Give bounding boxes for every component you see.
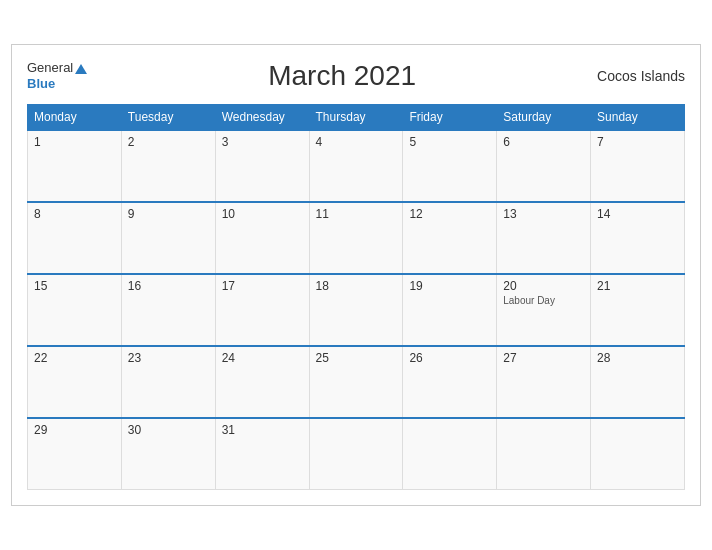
day-number: 25: [316, 351, 397, 365]
day-number: 30: [128, 423, 209, 437]
calendar-cell: [497, 418, 591, 490]
calendar-cell: 1: [28, 130, 122, 202]
week-row-1: 1234567: [28, 130, 685, 202]
calendar-cell: 27: [497, 346, 591, 418]
calendar-cell: 2: [121, 130, 215, 202]
day-number: 10: [222, 207, 303, 221]
weekday-header-thursday: Thursday: [309, 104, 403, 130]
calendar-cell: 16: [121, 274, 215, 346]
calendar-cell: 18: [309, 274, 403, 346]
day-number: 3: [222, 135, 303, 149]
calendar-cell: 19: [403, 274, 497, 346]
logo-blue: Blue: [27, 76, 87, 92]
calendar-cell: 13: [497, 202, 591, 274]
holiday-label: Labour Day: [503, 295, 584, 306]
calendar-cell: 3: [215, 130, 309, 202]
day-number: 20: [503, 279, 584, 293]
calendar-cell: 29: [28, 418, 122, 490]
calendar-cell: 6: [497, 130, 591, 202]
day-number: 5: [409, 135, 490, 149]
day-number: 12: [409, 207, 490, 221]
weekday-header-wednesday: Wednesday: [215, 104, 309, 130]
calendar-cell: 23: [121, 346, 215, 418]
day-number: 31: [222, 423, 303, 437]
calendar-cell: 9: [121, 202, 215, 274]
calendar-cell: [403, 418, 497, 490]
calendar-cell: [591, 418, 685, 490]
calendar-cell: 31: [215, 418, 309, 490]
day-number: 1: [34, 135, 115, 149]
calendar-cell: 12: [403, 202, 497, 274]
day-number: 28: [597, 351, 678, 365]
weekday-header-tuesday: Tuesday: [121, 104, 215, 130]
calendar-cell: [309, 418, 403, 490]
week-row-3: 151617181920Labour Day21: [28, 274, 685, 346]
calendar-header: General Blue March 2021 Cocos Islands: [27, 60, 685, 92]
calendar-title: March 2021: [268, 60, 416, 92]
calendar-cell: 14: [591, 202, 685, 274]
calendar-cell: 24: [215, 346, 309, 418]
day-number: 7: [597, 135, 678, 149]
day-number: 16: [128, 279, 209, 293]
day-number: 27: [503, 351, 584, 365]
calendar-cell: 8: [28, 202, 122, 274]
day-number: 14: [597, 207, 678, 221]
calendar-cell: 25: [309, 346, 403, 418]
calendar-cell: 5: [403, 130, 497, 202]
day-number: 21: [597, 279, 678, 293]
day-number: 18: [316, 279, 397, 293]
weekday-header-friday: Friday: [403, 104, 497, 130]
day-number: 2: [128, 135, 209, 149]
calendar-cell: 21: [591, 274, 685, 346]
calendar-cell: 30: [121, 418, 215, 490]
calendar-container: General Blue March 2021 Cocos Islands Mo…: [11, 44, 701, 507]
day-number: 6: [503, 135, 584, 149]
day-number: 19: [409, 279, 490, 293]
day-number: 4: [316, 135, 397, 149]
calendar-grid: MondayTuesdayWednesdayThursdayFridaySatu…: [27, 104, 685, 491]
weekday-header-row: MondayTuesdayWednesdayThursdayFridaySatu…: [28, 104, 685, 130]
logo: General Blue: [27, 60, 87, 91]
day-number: 23: [128, 351, 209, 365]
day-number: 17: [222, 279, 303, 293]
calendar-cell: 17: [215, 274, 309, 346]
day-number: 15: [34, 279, 115, 293]
calendar-cell: 4: [309, 130, 403, 202]
week-row-4: 22232425262728: [28, 346, 685, 418]
calendar-cell: 15: [28, 274, 122, 346]
day-number: 22: [34, 351, 115, 365]
calendar-cell: 11: [309, 202, 403, 274]
day-number: 13: [503, 207, 584, 221]
calendar-region: Cocos Islands: [597, 68, 685, 84]
logo-triangle-icon: [75, 64, 87, 74]
day-number: 8: [34, 207, 115, 221]
weekday-header-sunday: Sunday: [591, 104, 685, 130]
calendar-cell: 10: [215, 202, 309, 274]
calendar-cell: 22: [28, 346, 122, 418]
week-row-5: 293031: [28, 418, 685, 490]
day-number: 26: [409, 351, 490, 365]
day-number: 24: [222, 351, 303, 365]
logo-general: General: [27, 60, 87, 76]
calendar-cell: 20Labour Day: [497, 274, 591, 346]
weekday-header-monday: Monday: [28, 104, 122, 130]
day-number: 9: [128, 207, 209, 221]
calendar-cell: 7: [591, 130, 685, 202]
calendar-cell: 28: [591, 346, 685, 418]
day-number: 11: [316, 207, 397, 221]
weekday-header-saturday: Saturday: [497, 104, 591, 130]
day-number: 29: [34, 423, 115, 437]
week-row-2: 891011121314: [28, 202, 685, 274]
calendar-cell: 26: [403, 346, 497, 418]
